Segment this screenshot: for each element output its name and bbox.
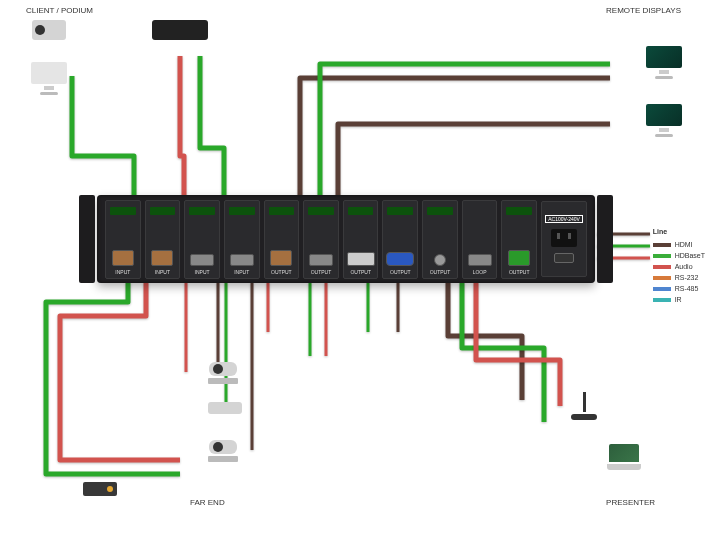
caption-client-podium: CLIENT / PODIUM	[26, 6, 93, 16]
ac-inlet-icon	[551, 229, 577, 247]
caption-presenter: PRESENTER	[606, 498, 655, 508]
wire-hdbt-tl-2	[200, 56, 224, 198]
wire-hdbt-disp-a	[320, 64, 610, 198]
legend-heading: Line	[653, 226, 705, 237]
wire-hdbt-tl-1	[72, 76, 134, 198]
wire-hdbt-laptop	[462, 282, 544, 422]
caption-remote-displays: REMOTE DISPLAYS	[606, 6, 681, 16]
legend-rs232: RS-232	[675, 272, 699, 283]
wire-hdmi-disp-b	[338, 124, 610, 198]
device-vc-camera-2	[202, 440, 244, 474]
device-vc-camera-1	[202, 362, 244, 396]
device-laptop	[603, 444, 645, 478]
av-matrix-switcher: INPUT INPUT INPUT INPUT OUTPUT OUTPUT OU…	[97, 195, 595, 283]
device-projector	[28, 20, 70, 54]
device-display-b	[643, 104, 685, 138]
slot-output-dvi: OUTPUT	[343, 200, 379, 279]
slot-input-hdmi-1: INPUT	[184, 200, 220, 279]
slot-output-hdbt-1: OUTPUT	[264, 200, 300, 279]
wire-audio-tl	[180, 56, 184, 198]
legend-rs485: RS-485	[675, 283, 699, 294]
device-hdbt-tx	[150, 20, 210, 54]
diagram-canvas: { "top_left": { "title": "CLIENT / PODIU…	[0, 0, 715, 543]
legend-audio: Audio	[675, 261, 693, 272]
slot-input-hdbt-2: INPUT	[145, 200, 181, 279]
device-dvdp	[202, 402, 248, 436]
device-doccam	[563, 392, 605, 426]
wire-hdbt-amp	[46, 282, 180, 474]
slot-input-hdmi-2: INPUT	[224, 200, 260, 279]
slot-output-vga: OUTPUT	[382, 200, 418, 279]
caption-far-end: FAR END	[190, 498, 225, 508]
legend-ir: IR	[675, 294, 682, 305]
wire-audio-amp	[60, 282, 180, 460]
wire-hdmi-disp-a	[300, 78, 610, 198]
device-computer-tl	[28, 62, 70, 96]
psu: AC100V-240V	[541, 201, 587, 277]
wire-hdmi-doccam	[448, 282, 522, 400]
slot-loop-hdmi: LOOP	[462, 200, 498, 279]
slot-control-lan: OUTPUT	[501, 200, 537, 279]
legend-hdbt: HDBaseT	[675, 250, 705, 261]
legend: Line HDMI HDBaseT Audio RS-232 RS-485 IR	[653, 226, 705, 305]
legend-hdmi: HDMI	[675, 239, 693, 250]
wire-audio-presenter	[476, 282, 560, 406]
slot-input-hdbt-1: INPUT	[105, 200, 141, 279]
slot-output-bnc: OUTPUT	[422, 200, 458, 279]
slot-output-hdmi-1: OUTPUT	[303, 200, 339, 279]
power-switch-icon	[554, 253, 574, 263]
device-amplifier	[70, 482, 130, 516]
device-display-a	[643, 46, 685, 80]
